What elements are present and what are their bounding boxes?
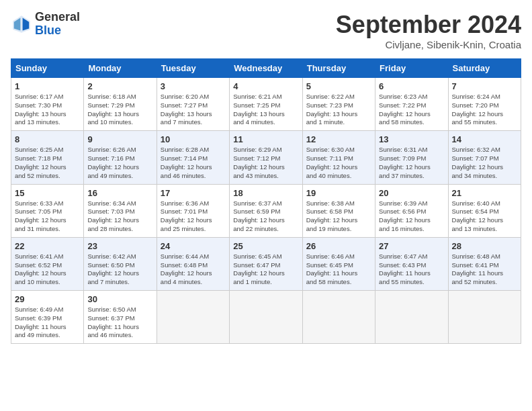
calendar-cell: 18Sunrise: 6:37 AM Sunset: 6:59 PM Dayli… — [230, 184, 302, 237]
calendar-cell: 14Sunrise: 6:32 AM Sunset: 7:07 PM Dayli… — [448, 131, 521, 184]
day-number: 8 — [15, 134, 80, 144]
logo: General Blue — [11, 11, 80, 38]
calendar-cell: 29Sunrise: 6:49 AM Sunset: 6:39 PM Dayli… — [11, 291, 84, 344]
calendar-cell: 13Sunrise: 6:31 AM Sunset: 7:09 PM Dayli… — [375, 131, 448, 184]
day-info: Sunrise: 6:48 AM Sunset: 6:41 PM Dayligh… — [452, 253, 517, 287]
calendar-cell: 23Sunrise: 6:42 AM Sunset: 6:50 PM Dayli… — [84, 237, 157, 290]
calendar-cell — [375, 291, 448, 344]
day-number: 25 — [233, 241, 298, 251]
calendar-cell: 2Sunrise: 6:18 AM Sunset: 7:29 PM Daylig… — [84, 78, 157, 131]
day-info: Sunrise: 6:22 AM Sunset: 7:23 PM Dayligh… — [306, 93, 371, 127]
calendar-week-row: 15Sunrise: 6:33 AM Sunset: 7:05 PM Dayli… — [11, 184, 521, 237]
calendar-cell: 20Sunrise: 6:39 AM Sunset: 6:56 PM Dayli… — [375, 184, 448, 237]
day-number: 14 — [452, 134, 517, 144]
calendar-cell: 21Sunrise: 6:40 AM Sunset: 6:54 PM Dayli… — [448, 184, 521, 237]
day-info: Sunrise: 6:21 AM Sunset: 7:25 PM Dayligh… — [233, 93, 298, 127]
day-number: 15 — [15, 188, 80, 198]
day-info: Sunrise: 6:36 AM Sunset: 7:01 PM Dayligh… — [161, 199, 226, 234]
calendar-cell — [157, 291, 229, 344]
calendar-cell — [230, 291, 302, 344]
day-info: Sunrise: 6:18 AM Sunset: 7:29 PM Dayligh… — [87, 93, 152, 127]
calendar-header-row: SundayMondayTuesdayWednesdayThursdayFrid… — [11, 59, 521, 78]
day-number: 13 — [379, 134, 444, 144]
day-number: 4 — [233, 81, 298, 91]
calendar-cell: 10Sunrise: 6:28 AM Sunset: 7:14 PM Dayli… — [157, 131, 229, 184]
day-info: Sunrise: 6:46 AM Sunset: 6:45 PM Dayligh… — [306, 253, 371, 287]
day-info: Sunrise: 6:17 AM Sunset: 7:30 PM Dayligh… — [15, 93, 80, 127]
calendar-day-header: Wednesday — [230, 59, 302, 78]
day-info: Sunrise: 6:23 AM Sunset: 7:22 PM Dayligh… — [379, 93, 444, 127]
calendar-cell: 1Sunrise: 6:17 AM Sunset: 7:30 PM Daylig… — [11, 78, 84, 131]
calendar-cell: 3Sunrise: 6:20 AM Sunset: 7:27 PM Daylig… — [157, 78, 229, 131]
day-info: Sunrise: 6:30 AM Sunset: 7:11 PM Dayligh… — [306, 146, 371, 180]
day-info: Sunrise: 6:50 AM Sunset: 6:37 PM Dayligh… — [87, 306, 152, 340]
calendar-cell: 6Sunrise: 6:23 AM Sunset: 7:22 PM Daylig… — [375, 78, 448, 131]
day-number: 19 — [306, 188, 371, 198]
day-number: 11 — [233, 134, 298, 144]
calendar-day-header: Saturday — [448, 59, 521, 78]
calendar-cell: 30Sunrise: 6:50 AM Sunset: 6:37 PM Dayli… — [84, 291, 157, 344]
calendar-week-row: 22Sunrise: 6:41 AM Sunset: 6:52 PM Dayli… — [11, 237, 521, 290]
day-number: 5 — [306, 81, 371, 91]
day-number: 17 — [161, 188, 226, 198]
calendar-cell: 22Sunrise: 6:41 AM Sunset: 6:52 PM Dayli… — [11, 237, 84, 290]
title-block: September 2024 Civljane, Sibenik-Knin, C… — [336, 11, 521, 50]
day-number: 30 — [87, 294, 152, 304]
calendar-cell: 24Sunrise: 6:44 AM Sunset: 6:48 PM Dayli… — [157, 237, 229, 290]
day-info: Sunrise: 6:38 AM Sunset: 6:58 PM Dayligh… — [306, 199, 371, 234]
calendar-cell — [448, 291, 521, 344]
day-number: 12 — [306, 134, 371, 144]
day-number: 27 — [379, 241, 444, 251]
day-number: 3 — [161, 81, 226, 91]
day-number: 7 — [452, 81, 517, 91]
day-info: Sunrise: 6:49 AM Sunset: 6:39 PM Dayligh… — [15, 306, 80, 340]
day-info: Sunrise: 6:42 AM Sunset: 6:50 PM Dayligh… — [87, 253, 152, 287]
day-info: Sunrise: 6:28 AM Sunset: 7:14 PM Dayligh… — [161, 146, 226, 180]
day-info: Sunrise: 6:26 AM Sunset: 7:16 PM Dayligh… — [87, 146, 152, 180]
day-info: Sunrise: 6:32 AM Sunset: 7:07 PM Dayligh… — [452, 146, 517, 180]
day-number: 21 — [452, 188, 517, 198]
calendar-day-header: Sunday — [11, 59, 84, 78]
calendar-cell: 5Sunrise: 6:22 AM Sunset: 7:23 PM Daylig… — [302, 78, 375, 131]
day-info: Sunrise: 6:45 AM Sunset: 6:47 PM Dayligh… — [233, 253, 298, 287]
calendar-cell: 17Sunrise: 6:36 AM Sunset: 7:01 PM Dayli… — [157, 184, 229, 237]
calendar-week-row: 1Sunrise: 6:17 AM Sunset: 7:30 PM Daylig… — [11, 78, 521, 131]
day-number: 1 — [15, 81, 80, 91]
day-number: 24 — [161, 241, 226, 251]
day-number: 16 — [87, 188, 152, 198]
day-number: 26 — [306, 241, 371, 251]
day-number: 20 — [379, 188, 444, 198]
logo-icon — [11, 13, 32, 35]
day-info: Sunrise: 6:31 AM Sunset: 7:09 PM Dayligh… — [379, 146, 444, 180]
day-number: 29 — [15, 294, 80, 304]
calendar-day-header: Friday — [375, 59, 448, 78]
day-info: Sunrise: 6:41 AM Sunset: 6:52 PM Dayligh… — [15, 253, 80, 287]
day-info: Sunrise: 6:24 AM Sunset: 7:20 PM Dayligh… — [452, 93, 517, 127]
calendar-cell: 25Sunrise: 6:45 AM Sunset: 6:47 PM Dayli… — [230, 237, 302, 290]
calendar-cell: 26Sunrise: 6:46 AM Sunset: 6:45 PM Dayli… — [302, 237, 375, 290]
day-info: Sunrise: 6:47 AM Sunset: 6:43 PM Dayligh… — [379, 253, 444, 287]
day-info: Sunrise: 6:37 AM Sunset: 6:59 PM Dayligh… — [233, 199, 298, 234]
day-info: Sunrise: 6:29 AM Sunset: 7:12 PM Dayligh… — [233, 146, 298, 180]
calendar-cell: 7Sunrise: 6:24 AM Sunset: 7:20 PM Daylig… — [448, 78, 521, 131]
calendar-day-header: Thursday — [302, 59, 375, 78]
calendar-day-header: Tuesday — [157, 59, 229, 78]
day-number: 22 — [15, 241, 80, 251]
logo-blue: Blue — [35, 24, 80, 38]
calendar-week-row: 8Sunrise: 6:25 AM Sunset: 7:18 PM Daylig… — [11, 131, 521, 184]
day-info: Sunrise: 6:44 AM Sunset: 6:48 PM Dayligh… — [161, 253, 226, 287]
calendar-cell: 12Sunrise: 6:30 AM Sunset: 7:11 PM Dayli… — [302, 131, 375, 184]
logo-text: General Blue — [35, 11, 80, 38]
calendar-week-row: 29Sunrise: 6:49 AM Sunset: 6:39 PM Dayli… — [11, 291, 521, 344]
calendar-cell: 27Sunrise: 6:47 AM Sunset: 6:43 PM Dayli… — [375, 237, 448, 290]
location: Civljane, Sibenik-Knin, Croatia — [336, 39, 521, 50]
day-info: Sunrise: 6:39 AM Sunset: 6:56 PM Dayligh… — [379, 199, 444, 234]
calendar-cell: 19Sunrise: 6:38 AM Sunset: 6:58 PM Dayli… — [302, 184, 375, 237]
day-info: Sunrise: 6:25 AM Sunset: 7:18 PM Dayligh… — [15, 146, 80, 180]
calendar-cell: 9Sunrise: 6:26 AM Sunset: 7:16 PM Daylig… — [84, 131, 157, 184]
calendar-cell: 11Sunrise: 6:29 AM Sunset: 7:12 PM Dayli… — [230, 131, 302, 184]
day-info: Sunrise: 6:20 AM Sunset: 7:27 PM Dayligh… — [161, 93, 226, 127]
day-number: 28 — [452, 241, 517, 251]
calendar-cell — [302, 291, 375, 344]
day-number: 6 — [379, 81, 444, 91]
